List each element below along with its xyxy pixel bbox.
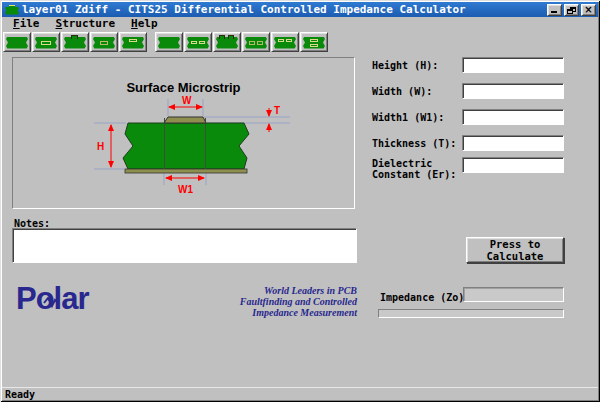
- title-bar[interactable]: layer01 Zdiff - CITS25 Differential Cont…: [2, 2, 598, 17]
- thickness-label: Thickness (T):: [372, 138, 462, 149]
- width1-label: Width1 (W1):: [372, 112, 462, 123]
- brand-tagline: World Leaders in PCB Faultfinding and Co…: [180, 285, 357, 318]
- diff-embedded-microstrip-icon: [245, 36, 267, 49]
- menu-file[interactable]: File: [6, 17, 47, 30]
- embedded-microstrip-icon: [93, 36, 115, 49]
- impedance-value-field: [463, 287, 564, 302]
- calculate-button[interactable]: Press to Calculate: [466, 237, 564, 263]
- menu-bar: File Structure Help: [2, 17, 598, 30]
- progress-bar: [378, 309, 564, 318]
- dim-t-label: T: [274, 105, 280, 116]
- close-button[interactable]: ×: [581, 4, 596, 16]
- polar-logo: Polar: [16, 284, 89, 314]
- diff-coated-microstrip-icon: [216, 36, 238, 49]
- dim-h-label: H: [97, 141, 104, 152]
- height-input[interactable]: [462, 57, 564, 73]
- toolbar-button-diff-coated-microstrip[interactable]: [213, 32, 241, 52]
- stripline-icon: [35, 36, 57, 49]
- close-icon: ×: [582, 4, 595, 15]
- broadside-coupled-stripline-icon: [303, 36, 325, 49]
- thickness-input[interactable]: [462, 135, 564, 151]
- status-text: Ready: [2, 389, 35, 400]
- dim-w-label: W: [182, 95, 192, 106]
- structure-diagram-panel: Surface Microstrip: [12, 57, 355, 209]
- dim-w1-label: W1: [178, 184, 193, 195]
- status-bar: Ready: [2, 387, 598, 400]
- minimize-button[interactable]: [547, 4, 562, 16]
- coated-microstrip-icon: [64, 36, 86, 49]
- width-input[interactable]: [462, 83, 564, 99]
- toolbar-button-diff-surface-microstrip[interactable]: [155, 32, 183, 52]
- menu-structure[interactable]: Structure: [49, 17, 123, 30]
- toolbar-button-diff-embedded-microstrip[interactable]: [242, 32, 270, 52]
- window-title: layer01 Zdiff - CITS25 Differential Cont…: [22, 3, 547, 16]
- notes-input[interactable]: [12, 228, 357, 263]
- width1-input[interactable]: [462, 109, 564, 125]
- structure-diagram: W T H W1: [13, 58, 356, 210]
- tagline-line: Impedance Measurement: [180, 307, 357, 318]
- app-icon: [5, 5, 19, 15]
- menu-help[interactable]: Help: [124, 17, 165, 30]
- dielectric-constant-input[interactable]: [462, 157, 564, 173]
- minimize-icon: [551, 11, 557, 13]
- toolbar-button-diff-offset-stripline[interactable]: [271, 32, 299, 52]
- toolbar-button-coated-microstrip[interactable]: [61, 32, 89, 52]
- toolbar-button-diff-stripline[interactable]: [184, 32, 212, 52]
- dielectric-constant-label: Dielectric Constant (Er):: [372, 158, 462, 180]
- tagline-line: World Leaders in PCB: [180, 285, 357, 296]
- surface-microstrip-icon: [6, 36, 28, 49]
- toolbar-button-offset-stripline[interactable]: [119, 32, 147, 52]
- toolbar-button-stripline[interactable]: [32, 32, 60, 52]
- diff-stripline-icon: [187, 36, 209, 49]
- diff-offset-stripline-icon: [274, 36, 296, 49]
- offset-stripline-icon: [122, 36, 144, 49]
- app-window: layer01 Zdiff - CITS25 Differential Cont…: [0, 0, 600, 402]
- height-label: Height (H):: [372, 60, 462, 71]
- toolbar-button-embedded-microstrip[interactable]: [90, 32, 118, 52]
- pulse-waveform-icon: [43, 296, 59, 308]
- width-label: Width (W):: [372, 86, 462, 97]
- toolbar-button-broadside-coupled-stripline[interactable]: [300, 32, 328, 52]
- restore-button[interactable]: [564, 4, 579, 16]
- toolbar: [2, 30, 598, 53]
- tagline-line: Faultfinding and Controlled: [180, 296, 357, 307]
- diff-surface-microstrip-icon: [158, 36, 180, 49]
- toolbar-button-surface-microstrip[interactable]: [3, 32, 31, 52]
- impedance-label: Impedance (Zo):: [380, 292, 470, 303]
